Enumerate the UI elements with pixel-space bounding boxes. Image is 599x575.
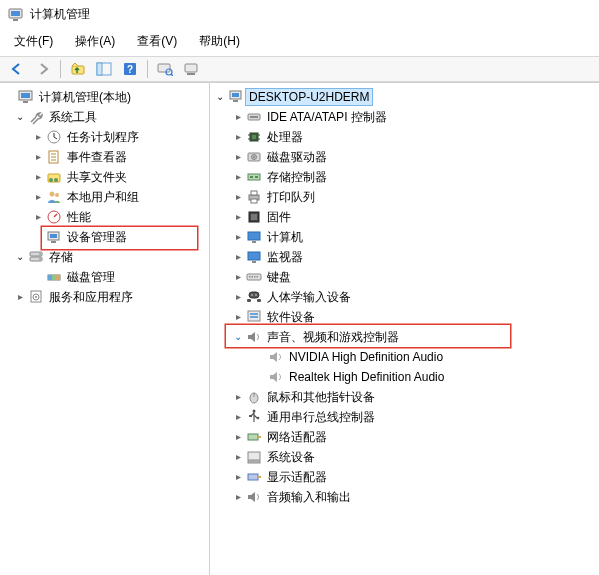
svg-rect-60 xyxy=(251,199,257,203)
chevron-right-icon[interactable]: ▸ xyxy=(232,391,244,403)
svg-point-54 xyxy=(253,156,255,158)
chevron-right-icon[interactable]: ▸ xyxy=(232,411,244,423)
chevron-right-icon[interactable]: ▸ xyxy=(232,191,244,203)
tree-item-task-scheduler[interactable]: ▸ 任务计划程序 xyxy=(2,127,207,147)
speaker-icon xyxy=(246,329,262,345)
audio-io-icon xyxy=(246,489,262,505)
chevron-right-icon[interactable]: ▸ xyxy=(232,251,244,263)
chevron-right-icon[interactable]: ▸ xyxy=(232,471,244,483)
device-manager-icon xyxy=(46,229,62,245)
tree-item-computer[interactable]: ⌄ DESKTOP-U2HDERM xyxy=(212,87,597,107)
svg-point-24 xyxy=(50,192,55,197)
chevron-right-icon[interactable]: ▸ xyxy=(232,431,244,443)
chevron-right-icon[interactable]: ▸ xyxy=(232,111,244,123)
properties-button[interactable] xyxy=(180,59,202,79)
svg-rect-47 xyxy=(252,135,256,139)
tree-item-nvidia-audio[interactable]: ▸ NVIDIA High Definition Audio xyxy=(212,347,597,367)
svg-point-74 xyxy=(255,294,257,296)
device-tree[interactable]: ⌄ DESKTOP-U2HDERM ▸ IDE ATA/ATAPI 控制器 ▸ … xyxy=(212,87,597,507)
tree-item-processors[interactable]: ▸ 处理器 xyxy=(212,127,597,147)
tree-label: 系统设备 xyxy=(264,448,318,467)
chevron-right-icon[interactable]: ▸ xyxy=(232,291,244,303)
up-button[interactable] xyxy=(67,59,89,79)
chevron-right-icon[interactable]: ▸ xyxy=(232,311,244,323)
tree-item-audio-io[interactable]: ▸ 音频输入和输出 xyxy=(212,487,597,507)
chevron-right-icon[interactable]: ▸ xyxy=(232,151,244,163)
tools-icon xyxy=(28,109,44,125)
svg-rect-88 xyxy=(248,461,260,463)
tree-item-system-devices[interactable]: ▸ 系统设备 xyxy=(212,447,597,467)
tree-item-performance[interactable]: ▸ 性能 xyxy=(2,207,207,227)
tree-item-print-queues[interactable]: ▸ 打印队列 xyxy=(212,187,597,207)
hid-icon xyxy=(246,289,262,305)
tree-item-event-viewer[interactable]: ▸ 事件查看器 xyxy=(2,147,207,167)
svg-rect-87 xyxy=(248,452,260,460)
tree-item-disk-management[interactable]: ▸ 磁盘管理 xyxy=(2,267,207,287)
chevron-right-icon[interactable]: ▸ xyxy=(232,231,244,243)
system-device-icon xyxy=(246,449,262,465)
tree-item-root[interactable]: ▶ 计算机管理(本地) xyxy=(2,87,207,107)
svg-rect-29 xyxy=(51,241,56,243)
scan-hardware-button[interactable] xyxy=(154,59,176,79)
chevron-right-icon[interactable]: ▸ xyxy=(232,271,244,283)
back-button[interactable] xyxy=(6,59,28,79)
tree-item-mice[interactable]: ▸ 鼠标和其他指针设备 xyxy=(212,387,597,407)
tree-item-network[interactable]: ▸ 网络适配器 xyxy=(212,427,597,447)
chevron-right-icon[interactable]: ▸ xyxy=(232,211,244,223)
tree-label: 网络适配器 xyxy=(264,428,330,447)
tree-item-shared-folders[interactable]: ▸ 共享文件夹 xyxy=(2,167,207,187)
chevron-right-icon[interactable]: ▸ xyxy=(32,211,44,223)
tree-item-disk-drives[interactable]: ▸ 磁盘驱动器 xyxy=(212,147,597,167)
tree-item-system-tools[interactable]: ⌄ 系统工具 xyxy=(2,107,207,127)
menu-view[interactable]: 查看(V) xyxy=(133,31,181,52)
chevron-down-icon[interactable]: ⌄ xyxy=(232,331,244,343)
tree-label: Realtek High Definition Audio xyxy=(286,369,447,385)
chevron-right-icon[interactable]: ▸ xyxy=(32,131,44,143)
svg-rect-43 xyxy=(233,100,238,102)
tree-item-hid[interactable]: ▸ 人体学输入设备 xyxy=(212,287,597,307)
tree-item-device-manager[interactable]: ▸ 设备管理器 xyxy=(2,227,207,247)
svg-rect-83 xyxy=(249,415,252,417)
svg-rect-12 xyxy=(187,73,195,75)
svg-rect-56 xyxy=(250,176,253,178)
chevron-down-icon[interactable]: ⌄ xyxy=(214,91,226,103)
tree-item-software[interactable]: ▸ 软件设备 xyxy=(212,307,597,327)
svg-rect-28 xyxy=(50,234,57,238)
tree-item-display[interactable]: ▸ 显示适配器 xyxy=(212,467,597,487)
chevron-right-icon[interactable]: ▸ xyxy=(232,171,244,183)
tree-item-services[interactable]: ▸ 服务和应用程序 xyxy=(2,287,207,307)
tree-item-storage[interactable]: ⌄ 存储 xyxy=(2,247,207,267)
tree-item-usb[interactable]: ▸ 通用串行总线控制器 xyxy=(212,407,597,427)
help-toolbar-button[interactable]: ? xyxy=(119,59,141,79)
tree-item-ide[interactable]: ▸ IDE ATA/ATAPI 控制器 xyxy=(212,107,597,127)
left-tree[interactable]: ▶ 计算机管理(本地) ⌄ 系统工具 ▸ 任务计划程序 xyxy=(2,87,207,307)
tree-item-firmware[interactable]: ▸ 固件 xyxy=(212,207,597,227)
printer-icon xyxy=(246,189,262,205)
menu-file[interactable]: 文件(F) xyxy=(10,31,57,52)
chevron-down-icon[interactable]: ⌄ xyxy=(14,251,26,263)
tree-item-computers[interactable]: ▸ 计算机 xyxy=(212,227,597,247)
tree-item-sound[interactable]: ⌄ 声音、视频和游戏控制器 xyxy=(212,327,597,347)
chevron-right-icon[interactable]: ▸ xyxy=(232,131,244,143)
svg-point-33 xyxy=(39,258,41,260)
menu-action[interactable]: 操作(A) xyxy=(71,31,119,52)
chevron-right-icon[interactable]: ▸ xyxy=(232,491,244,503)
tree-item-storage-controllers[interactable]: ▸ 存储控制器 xyxy=(212,167,597,187)
chevron-right-icon[interactable]: ▸ xyxy=(14,291,26,303)
chevron-right-icon[interactable]: ▸ xyxy=(32,191,44,203)
chevron-right-icon[interactable]: ▸ xyxy=(32,171,44,183)
chevron-right-icon[interactable]: ▸ xyxy=(32,151,44,163)
right-tree-pane: ⌄ DESKTOP-U2HDERM ▸ IDE ATA/ATAPI 控制器 ▸ … xyxy=(210,83,599,575)
menu-help[interactable]: 帮助(H) xyxy=(195,31,244,52)
svg-rect-45 xyxy=(250,116,258,118)
chevron-right-icon[interactable]: ▸ xyxy=(232,451,244,463)
svg-rect-90 xyxy=(258,476,261,478)
show-hide-tree-button[interactable] xyxy=(93,59,115,79)
chevron-down-icon[interactable]: ⌄ xyxy=(14,111,26,123)
tree-item-local-users[interactable]: ▸ 本地用户和组 xyxy=(2,187,207,207)
mouse-icon xyxy=(246,389,262,405)
tree-item-keyboards[interactable]: ▸ 键盘 xyxy=(212,267,597,287)
tree-item-realtek-audio[interactable]: ▸ Realtek High Definition Audio xyxy=(212,367,597,387)
tree-item-monitors[interactable]: ▸ 监视器 xyxy=(212,247,597,267)
forward-button[interactable] xyxy=(32,59,54,79)
